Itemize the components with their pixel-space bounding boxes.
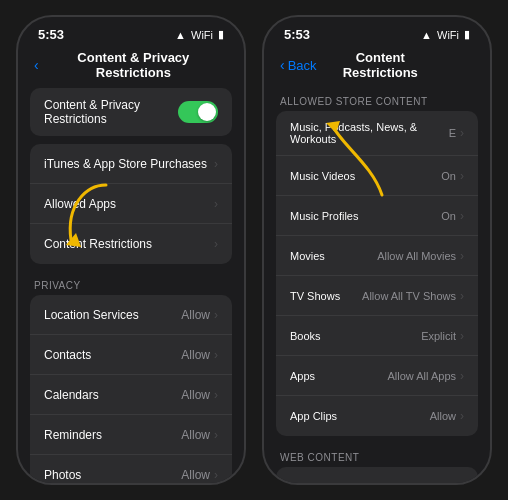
movies-value: Allow All Movies [377,250,456,262]
reminders-value: Allow [181,428,210,442]
web-content-label: Web Content [290,481,359,483]
contacts-chevron-icon: › [214,348,218,362]
movies-chevron-icon: › [460,249,464,263]
allowed-apps-label: Allowed Apps [44,197,214,211]
music-podcasts-row[interactable]: Music, Podcasts, News, & Workouts E › [276,111,478,156]
toggle-label: Content & Privacy Restrictions [44,98,178,126]
back-label-right: Back [288,58,317,73]
books-value: Explicit [421,330,456,342]
music-videos-row[interactable]: Music Videos On › [276,156,478,196]
music-podcasts-value: E [449,127,456,139]
content-restrictions-label: Content Restrictions [44,237,214,251]
music-videos-label: Music Videos [290,170,441,182]
calendars-chevron-icon: › [214,388,218,402]
photos-chevron-icon: › [214,468,218,482]
apps-label: Apps [290,370,388,382]
web-group: Web Content Unrestricted Access › [276,467,478,483]
privacy-section-label: PRIVACY [18,272,244,295]
books-label: Books [290,330,421,342]
privacy-toggle[interactable] [178,101,218,123]
itunes-row[interactable]: iTunes & App Store Purchases › [30,144,232,184]
signal-icon: ▲ [175,29,186,41]
wifi-icon-right: WiFi [437,29,459,41]
toggle-group: Content & Privacy Restrictions [30,88,232,136]
status-bar-left: 5:53 ▲ WiFi ▮ [18,17,244,46]
status-icons-left: ▲ WiFi ▮ [175,28,224,41]
web-content-row[interactable]: Web Content Unrestricted Access › [276,467,478,483]
wifi-icon: WiFi [191,29,213,41]
photos-value: Allow [181,468,210,482]
photos-label: Photos [44,468,181,482]
web-content-value: Unrestricted Access [359,481,456,483]
contacts-value: Allow [181,348,210,362]
tv-shows-value: Allow All TV Shows [362,290,456,302]
app-clips-label: App Clips [290,410,430,422]
music-profiles-value: On [441,210,456,222]
music-profiles-chevron-icon: › [460,209,464,223]
store-group: Music, Podcasts, News, & Workouts E › Mu… [276,111,478,436]
music-profiles-row[interactable]: Music Profiles On › [276,196,478,236]
tv-shows-chevron-icon: › [460,289,464,303]
privacy-group: Location Services Allow › Contacts Allow… [30,295,232,483]
location-label: Location Services [44,308,181,322]
status-time-right: 5:53 [284,27,310,42]
reminders-chevron-icon: › [214,428,218,442]
content-restrictions-row[interactable]: Content Restrictions › [30,224,232,264]
nav-back-right[interactable]: ‹ Back [280,57,317,73]
allowed-apps-chevron-icon: › [214,197,218,211]
books-chevron-icon: › [460,329,464,343]
nav-bar-left: ‹ Content & Privacy Restrictions [18,46,244,88]
nav-bar-right: ‹ Back Content Restrictions [264,46,490,88]
tv-shows-label: TV Shows [290,290,362,302]
contacts-label: Contacts [44,348,181,362]
apps-chevron-icon: › [460,369,464,383]
books-row[interactable]: Books Explicit › [276,316,478,356]
status-time-left: 5:53 [38,27,64,42]
battery-icon-right: ▮ [464,28,470,41]
right-phone: 5:53 ▲ WiFi ▮ ‹ Back Content Restriction… [262,15,492,485]
nav-title-right: Content Restrictions [317,50,444,80]
music-profiles-label: Music Profiles [290,210,441,222]
tv-shows-row[interactable]: TV Shows Allow All TV Shows › [276,276,478,316]
music-videos-chevron-icon: › [460,169,464,183]
movies-row[interactable]: Movies Allow All Movies › [276,236,478,276]
store-section-label: ALLOWED STORE CONTENT [264,88,490,111]
toggle-knob [198,103,216,121]
web-section-label: WEB CONTENT [264,444,490,467]
calendars-label: Calendars [44,388,181,402]
calendars-row[interactable]: Calendars Allow › [30,375,232,415]
apps-row[interactable]: Apps Allow All Apps › [276,356,478,396]
location-chevron-icon: › [214,308,218,322]
itunes-chevron-icon: › [214,157,218,171]
photos-row[interactable]: Photos Allow › [30,455,232,483]
app-clips-row[interactable]: App Clips Allow › [276,396,478,436]
web-content-chevron-icon: › [460,480,464,483]
location-value: Allow [181,308,210,322]
screen-content-right: ALLOWED STORE CONTENT Music, Podcasts, N… [264,88,490,483]
nav-title-left: Content & Privacy Restrictions [39,50,228,80]
status-icons-right: ▲ WiFi ▮ [421,28,470,41]
music-podcasts-label: Music, Podcasts, News, & Workouts [290,121,449,145]
status-bar-right: 5:53 ▲ WiFi ▮ [264,17,490,46]
screen-content-left: Content & Privacy Restrictions iTunes & … [18,88,244,483]
app-clips-value: Allow [430,410,456,422]
back-chevron-icon-right: ‹ [280,57,285,73]
calendars-value: Allow [181,388,210,402]
itunes-label: iTunes & App Store Purchases [44,157,214,171]
reminders-row[interactable]: Reminders Allow › [30,415,232,455]
left-phone: 5:53 ▲ WiFi ▮ ‹ Content & Privacy Restri… [16,15,246,485]
location-row[interactable]: Location Services Allow › [30,295,232,335]
contacts-row[interactable]: Contacts Allow › [30,335,232,375]
reminders-label: Reminders [44,428,181,442]
music-podcasts-chevron-icon: › [460,126,464,140]
signal-icon-right: ▲ [421,29,432,41]
music-videos-value: On [441,170,456,182]
movies-label: Movies [290,250,377,262]
battery-icon: ▮ [218,28,224,41]
apps-value: Allow All Apps [388,370,456,382]
allowed-apps-row[interactable]: Allowed Apps › [30,184,232,224]
toggle-row[interactable]: Content & Privacy Restrictions [30,88,232,136]
content-restrictions-chevron-icon: › [214,237,218,251]
app-clips-chevron-icon: › [460,409,464,423]
main-group: iTunes & App Store Purchases › Allowed A… [30,144,232,264]
